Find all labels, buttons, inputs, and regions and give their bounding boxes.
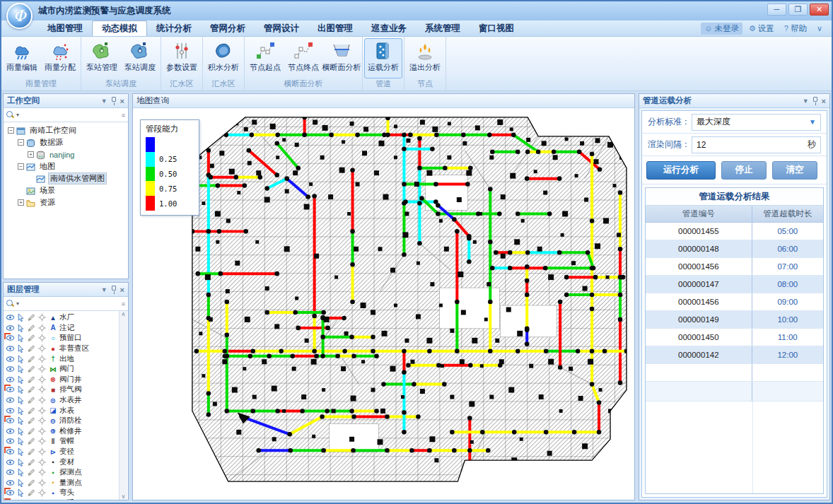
- tree-item-南靖供水管网图[interactable]: 南靖供水管网图: [5, 172, 127, 184]
- pipe-node[interactable]: [576, 348, 581, 353]
- pipe-node[interactable]: [564, 275, 569, 280]
- edit-pencil-icon[interactable]: [27, 458, 36, 467]
- layer-name[interactable]: 量测点: [59, 478, 82, 488]
- layers-scrollbar[interactable]: ∧∨: [119, 311, 127, 500]
- pipe-node[interactable]: [250, 348, 255, 353]
- edit-pencil-icon[interactable]: [27, 427, 36, 435]
- interval-input[interactable]: 12 秒: [692, 136, 821, 153]
- pipe-node[interactable]: [525, 342, 530, 347]
- pipe-node[interactable]: [385, 414, 390, 419]
- pipe-node[interactable]: [249, 133, 254, 138]
- layer-name[interactable]: 变材: [59, 457, 74, 467]
- table-row[interactable]: 00000014212:00: [646, 346, 823, 364]
- layer-name[interactable]: 消防栓: [59, 416, 82, 426]
- visibility-eye-icon[interactable]: [6, 334, 15, 342]
- menu-tab-管网设计[interactable]: 管网设计: [255, 20, 308, 36]
- pipe-node[interactable]: [342, 348, 347, 353]
- pipe-node[interactable]: [525, 279, 530, 283]
- pipe-node[interactable]: [257, 175, 262, 180]
- visibility-eye-icon[interactable]: [6, 324, 15, 332]
- pipe-node[interactable]: [525, 176, 530, 181]
- pipe-node[interactable]: [312, 314, 317, 319]
- pipe-node[interactable]: [250, 409, 255, 414]
- pipe-node[interactable]: [417, 201, 422, 206]
- visibility-eye-icon[interactable]: [6, 355, 15, 363]
- snap-crosshair-icon[interactable]: [37, 385, 47, 394]
- pipe-node[interactable]: [455, 300, 460, 305]
- ribbon-button-雨量分配[interactable]: 雨量分配: [41, 38, 79, 78]
- visibility-eye-icon[interactable]: [6, 447, 15, 456]
- search-options-icon[interactable]: ≡: [122, 112, 125, 119]
- pipe-node[interactable]: [402, 430, 407, 435]
- pipe-node[interactable]: [275, 409, 280, 414]
- snap-crosshair-icon[interactable]: [37, 396, 47, 404]
- table-row[interactable]: 00000014806:00: [646, 240, 823, 258]
- pipe-node[interactable]: [325, 326, 330, 331]
- pipe-node[interactable]: [547, 211, 552, 216]
- visibility-eye-icon[interactable]: [6, 406, 15, 415]
- pipe-node[interactable]: [206, 391, 211, 396]
- pipe-node[interactable]: [355, 133, 360, 138]
- visibility-eye-icon[interactable]: [6, 499, 15, 500]
- ribbon-button-雨量编辑[interactable]: 雨量编辑: [3, 38, 41, 78]
- snap-crosshair-icon[interactable]: [37, 427, 47, 435]
- pipe-node[interactable]: [590, 382, 595, 387]
- pipe-node[interactable]: [274, 172, 279, 177]
- pipe-node[interactable]: [525, 250, 530, 255]
- pipe-node[interactable]: [490, 149, 495, 154]
- pipe-node[interactable]: [371, 348, 375, 353]
- pipe-node[interactable]: [305, 194, 310, 199]
- pipe-node[interactable]: [320, 316, 325, 321]
- menu-tab-统计分析[interactable]: 统计分析: [147, 20, 201, 36]
- pipe-node[interactable]: [312, 348, 317, 353]
- snap-crosshair-icon[interactable]: [37, 313, 47, 322]
- select-cursor-icon[interactable]: [16, 468, 25, 476]
- layer-name[interactable]: 非普查区: [59, 344, 89, 353]
- pipe-node[interactable]: [618, 247, 623, 252]
- pipe-node[interactable]: [618, 190, 623, 195]
- pipe-node[interactable]: [225, 409, 230, 414]
- panel-pin-icon[interactable]: [813, 97, 817, 102]
- pipe-node[interactable]: [590, 293, 595, 298]
- pipe-node[interactable]: [351, 448, 356, 453]
- pipe-node[interactable]: [287, 432, 292, 437]
- snap-crosshair-icon[interactable]: [37, 437, 47, 445]
- pipe-node[interactable]: [293, 310, 298, 315]
- pipe-node[interactable]: [412, 382, 416, 387]
- pipe-node[interactable]: [490, 266, 495, 271]
- panel-pin-icon[interactable]: [112, 286, 116, 291]
- pipe-node[interactable]: [206, 412, 211, 417]
- ribbon-button-节点起点[interactable]: 节点起点: [246, 38, 284, 78]
- table-row[interactable]: 00000145609:00: [646, 293, 823, 311]
- layer-name[interactable]: 变径: [59, 447, 74, 457]
- pipe-node[interactable]: [402, 410, 407, 415]
- tree-expander-icon[interactable]: +: [18, 199, 24, 206]
- panel-dropdown-icon[interactable]: ▼: [101, 286, 107, 293]
- pipe-node[interactable]: [350, 229, 355, 234]
- pipe-node[interactable]: [467, 236, 472, 241]
- layer-name[interactable]: 注记: [59, 323, 74, 333]
- snap-crosshair-icon[interactable]: [37, 324, 47, 332]
- edit-pencil-icon[interactable]: [27, 396, 36, 404]
- pipe-node[interactable]: [433, 182, 438, 187]
- pipe-node[interactable]: [590, 218, 595, 223]
- pipe-node[interactable]: [452, 217, 457, 222]
- snap-crosshair-icon[interactable]: [37, 406, 47, 415]
- visibility-eye-icon[interactable]: [6, 427, 15, 435]
- pipe-node[interactable]: [486, 448, 491, 453]
- panel-close-icon[interactable]: ×: [120, 97, 124, 105]
- pipe-node[interactable]: [430, 147, 435, 152]
- pipe-node[interactable]: [349, 335, 354, 340]
- visibility-eye-icon[interactable]: [6, 365, 15, 373]
- pipe-node[interactable]: [206, 293, 211, 298]
- menu-tab-巡查业务[interactable]: 巡查业务: [362, 20, 416, 36]
- pipe-node[interactable]: [436, 211, 441, 216]
- edit-pencil-icon[interactable]: [27, 437, 36, 445]
- pipe-node[interactable]: [296, 165, 301, 170]
- edit-pencil-icon[interactable]: [27, 406, 36, 415]
- pipe-node[interactable]: [476, 211, 481, 216]
- edit-pencil-icon[interactable]: [27, 313, 36, 322]
- pipe-node[interactable]: [488, 187, 493, 192]
- pipe-node[interactable]: [246, 148, 251, 153]
- pipe-node[interactable]: [515, 348, 520, 353]
